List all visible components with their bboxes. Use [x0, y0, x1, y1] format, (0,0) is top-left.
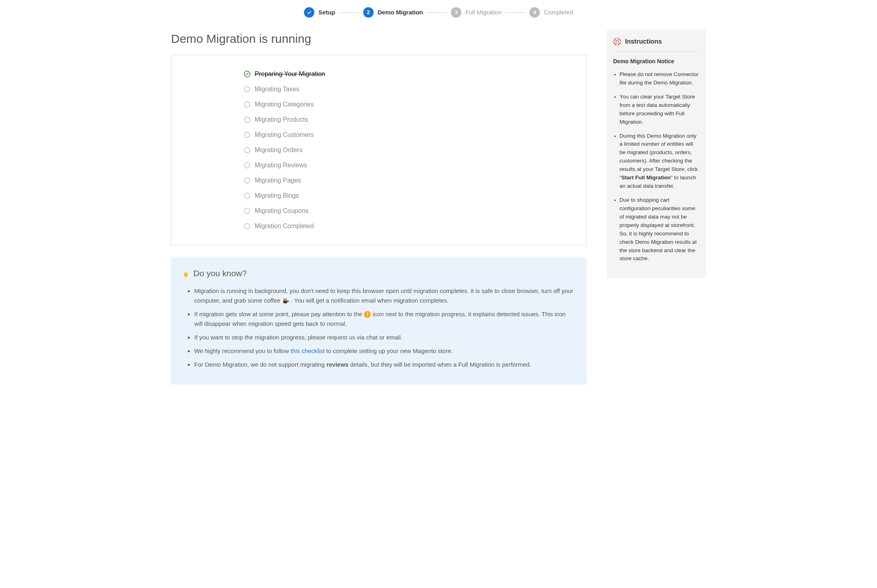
- sidebar-title: Instructions: [613, 37, 700, 52]
- progress-item-label: Migrating Categories: [255, 100, 314, 109]
- step-demo-migration: 2 Demo Migration: [363, 7, 423, 18]
- step-line: [339, 12, 359, 13]
- tips-panel: Do you know? Migration is running in bac…: [171, 257, 587, 385]
- progress-item: Preparing Your Migration: [243, 66, 578, 82]
- step-line: [427, 12, 447, 13]
- step-label: Setup: [318, 8, 335, 17]
- svg-point-3: [244, 117, 250, 122]
- step-line: [505, 12, 525, 13]
- progress-item: Migrating Coupons: [243, 203, 578, 219]
- page-title: Demo Migration is running: [171, 30, 587, 48]
- progress-item: Migrating Pages: [243, 173, 578, 188]
- empty-circle-icon: [243, 101, 251, 108]
- progress-item-label: Migrating Products: [255, 115, 308, 124]
- progress-item: Migration Completed: [243, 219, 578, 234]
- empty-circle-icon: [243, 86, 251, 93]
- svg-point-1: [244, 86, 250, 92]
- empty-circle-icon: [243, 223, 251, 230]
- sidebar-item: You can clear your Target Store from a t…: [620, 93, 700, 126]
- tips-item: We highly recommend you to follow this c…: [194, 346, 575, 356]
- svg-point-9: [244, 208, 250, 214]
- svg-point-10: [244, 223, 250, 229]
- empty-circle-icon: [243, 177, 251, 184]
- tips-title: Do you know?: [182, 267, 575, 280]
- svg-rect-14: [617, 43, 618, 45]
- svg-point-4: [244, 132, 250, 138]
- step-circle-setup: [304, 7, 314, 18]
- progress-item: Migrating Orders: [243, 142, 578, 158]
- progress-item-label: Migrating Customers: [255, 130, 314, 140]
- step-circle-completed: 4: [529, 7, 540, 18]
- progress-item: Migrating Taxes: [243, 82, 578, 97]
- step-circle-demo: 2: [363, 7, 374, 18]
- step-label: Full Migration: [465, 8, 501, 17]
- tips-item: If migration gets slow at some point, pl…: [194, 309, 575, 329]
- svg-rect-16: [619, 41, 621, 42]
- svg-point-6: [244, 163, 250, 168]
- lightbulb-icon: [182, 270, 189, 277]
- tips-list: Migration is running in background, you …: [182, 286, 575, 369]
- sidebar-list: Please do not remove Connector file duri…: [613, 70, 700, 263]
- empty-circle-icon: [243, 192, 251, 199]
- progress-item: Migrating Products: [243, 112, 578, 127]
- progress-item: Migrating Reviews: [243, 158, 578, 173]
- tips-item: Migration is running in background, you …: [194, 286, 575, 305]
- sidebar-subtitle: Demo Migration Notice: [613, 57, 700, 66]
- svg-rect-15: [613, 41, 616, 42]
- migration-progress: Preparing Your MigrationMigrating TaxesM…: [171, 55, 587, 245]
- sidebar-item: During this Demo Migration only a limite…: [620, 132, 700, 191]
- progress-item-label: Migrating Reviews: [255, 161, 307, 170]
- tips-item: If you want to stop the migration progre…: [194, 333, 575, 342]
- coffee-icon: [282, 297, 289, 305]
- progress-item-label: Migrating Taxes: [255, 84, 300, 94]
- empty-circle-icon: [243, 207, 251, 215]
- progress-item: Migrating Customers: [243, 127, 578, 142]
- check-circle-icon: [243, 70, 251, 78]
- progress-item-label: Migrating Coupons: [255, 206, 308, 216]
- progress-item-label: Migrating Orders: [255, 145, 302, 155]
- check-icon: [306, 10, 312, 15]
- svg-point-2: [244, 102, 250, 107]
- step-label: Completed: [544, 8, 573, 17]
- progress-item: Migrating Categories: [243, 97, 578, 112]
- empty-circle-icon: [243, 131, 251, 138]
- info-icon: i: [364, 311, 371, 318]
- svg-rect-13: [617, 38, 618, 40]
- step-circle-full: 3: [451, 7, 461, 18]
- step-full-migration: 3 Full Migration: [451, 7, 501, 18]
- progress-item-label: Migration Completed: [255, 221, 314, 231]
- checklist-link[interactable]: this checklist: [291, 347, 325, 354]
- progress-item-label: Preparing Your Migration: [255, 69, 325, 79]
- tips-item: For Demo Migration, we do not support mi…: [194, 360, 575, 369]
- sidebar-item: Due to shopping cart configuration pecul…: [620, 196, 700, 263]
- stepper: Setup 2 Demo Migration 3 Full Migration …: [171, 0, 706, 30]
- svg-point-5: [244, 147, 250, 153]
- svg-point-8: [244, 193, 250, 199]
- step-setup: Setup: [304, 7, 335, 18]
- progress-item-label: Migrating Pages: [255, 176, 301, 185]
- svg-point-7: [244, 178, 250, 183]
- progress-item: Migrating Blogs: [243, 188, 578, 203]
- svg-point-12: [616, 40, 619, 43]
- step-label: Demo Migration: [378, 8, 423, 17]
- progress-item-label: Migrating Blogs: [255, 191, 299, 201]
- empty-circle-icon: [243, 116, 251, 123]
- empty-circle-icon: [243, 146, 251, 154]
- sidebar-item: Please do not remove Connector file duri…: [620, 70, 700, 87]
- step-completed: 4 Completed: [529, 7, 573, 18]
- life-ring-icon: [613, 38, 621, 46]
- instructions-sidebar: Instructions Demo Migration Notice Pleas…: [607, 30, 706, 278]
- empty-circle-icon: [243, 162, 251, 169]
